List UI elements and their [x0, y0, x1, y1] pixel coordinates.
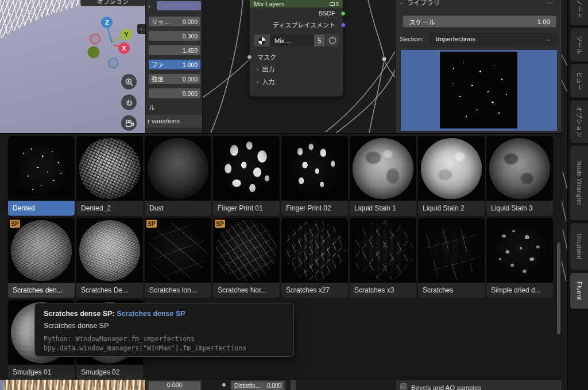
svg-text:Z: Z	[105, 19, 109, 26]
prop-field[interactable]: リッ...0.000	[149, 17, 200, 26]
region-collapse-chevron[interactable]: ‹	[137, 24, 145, 34]
texture-item[interactable]: Liquid Stain 3	[486, 136, 553, 216]
chevron-down-icon: ⌄	[546, 36, 551, 42]
side-tab-オプション[interactable]: オプション	[570, 100, 588, 143]
texture-item[interactable]: Finger Print 02	[281, 136, 348, 216]
navigation-gizmo[interactable]: Z Y X	[0, 0, 145, 133]
distortion-node[interactable]: Distortio... 0.000	[229, 380, 287, 390]
sphere-preview-image	[489, 138, 550, 199]
texture-item[interactable]: Scratches x27	[281, 218, 348, 298]
texture-item[interactable]: Scratches	[418, 218, 485, 298]
library-panel-header[interactable]: ⌄ ライブラリ	[399, 0, 440, 7]
sphere-preview-image	[79, 138, 140, 199]
texture-label: Dented	[8, 201, 75, 216]
texture-item[interactable]: Liquid Stain 2	[418, 136, 485, 216]
color-slider-field[interactable]	[157, 1, 201, 10]
scrollbar[interactable]	[557, 243, 560, 334]
bevels-checkbox-label: Bevels and AO samples	[411, 384, 481, 390]
sphere-preview-image	[11, 138, 72, 199]
prop-field[interactable]: ファ1.000	[149, 60, 200, 69]
display-icon	[330, 2, 335, 6]
texture-thumbnail[interactable]	[418, 218, 485, 283]
texture-thumbnail[interactable]	[281, 136, 348, 201]
texture-thumbnail[interactable]	[350, 136, 416, 201]
texture-thumbnail[interactable]	[486, 218, 553, 283]
scale-slider[interactable]: スケール 1.00	[403, 15, 556, 28]
output-socket-row[interactable]: ディスプレイスメント	[250, 19, 343, 30]
texture-thumbnail[interactable]	[486, 136, 553, 201]
section-dropdown[interactable]: Imperfections ⌄	[430, 33, 556, 45]
prop-field[interactable]: 1.450	[149, 45, 200, 55]
tooltip-python-path: Python: WindowManager.fm_imperfections b…	[44, 334, 285, 353]
texture-thumbnail[interactable]	[350, 218, 416, 283]
camera-view-button[interactable]	[121, 115, 137, 131]
side-tab-ucupaint[interactable]: Ucupaint	[570, 223, 588, 270]
texture-thumbnail[interactable]	[145, 136, 211, 201]
texture-thumbnail[interactable]	[213, 136, 280, 201]
selected-texture-preview[interactable]	[401, 50, 557, 131]
sphere-preview-image	[489, 220, 550, 281]
texture-thumbnail[interactable]	[76, 218, 143, 283]
panel-menu-icon[interactable]: ⋯	[546, 0, 554, 7]
datablock-row: ⌄ Mix ... 5	[253, 34, 339, 47]
side-tab-node-wrangler[interactable]: Node Wrangler	[570, 146, 588, 220]
texture-label: Scratches De...	[76, 283, 143, 298]
side-tab-ノード[interactable]: ノード	[570, 0, 588, 25]
bottom-strip: 0.000 Distortio... 0.000 Bevels and AO s…	[0, 380, 588, 390]
mix-layers-node[interactable]: Mix Layers 5 BSDF ディスプレイスメント ⌄ Mix ...	[249, 0, 343, 97]
texture-thumbnail[interactable]	[418, 136, 485, 201]
value-field[interactable]: 0.000	[149, 381, 200, 390]
sphere-preview-image	[421, 138, 482, 199]
outputs-section[interactable]: › 出力	[250, 63, 343, 75]
pan-button[interactable]	[121, 95, 137, 110]
user-count-button[interactable]: 5	[314, 34, 326, 47]
texture-label: Finger Print 02	[281, 201, 348, 216]
prop-field[interactable]: 0.300	[149, 31, 200, 41]
texture-label: Scratches x3	[350, 283, 416, 298]
zoom-button[interactable]	[121, 74, 137, 89]
texture-item[interactable]: Finger Print 01	[213, 136, 280, 216]
texture-item[interactable]: Liquid Stain 1	[350, 136, 416, 216]
chevron-left-icon: ‹	[140, 26, 142, 32]
node-editor[interactable]: Mix Layers 5 BSDF ディスプレイスメント ⌄ Mix ...	[202, 0, 395, 133]
disclosure-icon[interactable]: ›	[148, 3, 150, 10]
prop-field[interactable]: 0.000	[149, 88, 200, 98]
mask-input-row[interactable]: マスク	[250, 51, 343, 63]
reroute-node[interactable]	[222, 383, 226, 387]
sphere-preview-image	[216, 220, 277, 281]
texture-label: Smudges 01	[8, 365, 75, 380]
side-tab-ツール[interactable]: ツール	[570, 28, 588, 61]
texture-item[interactable]: SPScratches den...	[8, 218, 75, 298]
texture-item[interactable]: Dented_2	[76, 136, 143, 216]
texture-item[interactable]: Dust	[145, 136, 211, 216]
fake-user-button[interactable]	[326, 34, 339, 47]
bsdf-socket[interactable]	[341, 11, 346, 16]
datablock-name-field[interactable]: Mix ...	[270, 34, 314, 47]
properties-bottom: 0.000	[145, 380, 202, 390]
material-browse-button[interactable]: ⌄	[253, 34, 270, 47]
texture-thumbnail[interactable]	[281, 218, 348, 283]
3d-viewport[interactable]: オプション ⌄ Z Y X	[0, 0, 145, 133]
displacement-socket[interactable]	[341, 22, 346, 28]
inputs-section[interactable]: › 入力	[250, 75, 343, 88]
distortion-slider[interactable]: Distortio... 0.000	[231, 381, 284, 390]
texture-thumbnail[interactable]	[76, 136, 143, 201]
texture-item[interactable]: SPScratches Nor...	[213, 218, 280, 298]
variations-row[interactable]: r variations	[146, 115, 203, 127]
bevels-checkbox[interactable]	[400, 383, 407, 389]
side-tab-fluent[interactable]: Fluent	[570, 273, 588, 309]
node-editor-bottom: Distortio... 0.000	[202, 380, 395, 390]
texture-item[interactable]: SPScratches lon...	[145, 218, 211, 298]
texture-item[interactable]: Scratches x3	[350, 218, 416, 298]
texture-thumbnail[interactable]	[8, 136, 75, 201]
texture-item[interactable]: Simple dried d...	[486, 218, 553, 298]
side-tab-ビュー[interactable]: ビュー	[570, 64, 588, 98]
truncated-property-label: ル	[149, 103, 155, 112]
mask-socket[interactable]	[247, 54, 252, 60]
output-socket-row[interactable]: BSDF	[250, 7, 343, 19]
texture-item[interactable]: Dented	[8, 136, 75, 216]
texture-item[interactable]: Scratches De...	[76, 218, 143, 298]
node-header[interactable]: Mix Layers 5	[250, 0, 343, 7]
prop-field[interactable]: 強度0.000	[149, 74, 200, 84]
camera-icon	[124, 118, 134, 128]
